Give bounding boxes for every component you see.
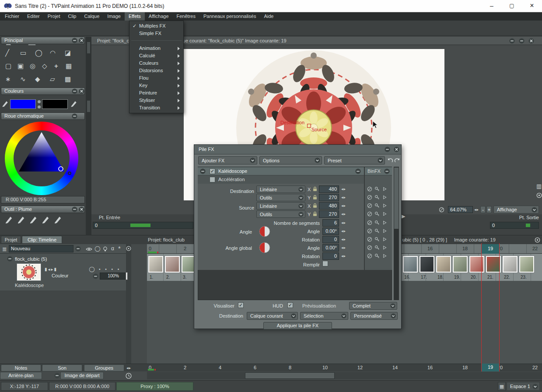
- rotation-global-field[interactable]: 0: [322, 252, 339, 260]
- ajouter-fx-dropdown[interactable]: Ajouter FX: [198, 156, 257, 164]
- src-y-mode-dropdown[interactable]: Outils: [256, 210, 305, 218]
- outil-panel-header[interactable]: Outil : Plume: [1, 206, 85, 213]
- minimize-button[interactable]: –: [482, 0, 502, 12]
- angle-global-stepper[interactable]: ◂▸: [341, 245, 346, 250]
- layer-circle-icon[interactable]: ◯: [89, 266, 94, 273]
- layer-opacity-slider[interactable]: 100%: [100, 273, 127, 280]
- menu-fichier[interactable]: Fichier: [1, 12, 23, 21]
- grid-select-tool-icon[interactable]: ▩: [65, 76, 71, 82]
- dest-x-mode-dropdown[interactable]: Linéaire: [256, 186, 305, 193]
- menu-effets-active[interactable]: Effets: [125, 12, 145, 21]
- collapse-icon[interactable]: [72, 113, 77, 119]
- menu-aide[interactable]: Aide: [260, 12, 277, 21]
- camera-tool-icon[interactable]: ▦: [66, 63, 72, 69]
- collapse-icon[interactable]: [75, 246, 81, 252]
- pile-fx-titlebar[interactable]: Pile FX: [194, 145, 401, 154]
- frame-thumb-1[interactable]: [148, 256, 164, 273]
- menu-item-calcule[interactable]: Calculé: [129, 52, 183, 60]
- swap-colors-control-b[interactable]: [38, 105, 41, 108]
- zoom-in-button[interactable]: +: [486, 206, 492, 213]
- lock-icon[interactable]: [313, 186, 317, 192]
- select-circle-tool-icon[interactable]: ◎: [30, 63, 35, 69]
- pt-sortie-field[interactable]: 0: [490, 222, 539, 229]
- options-dropdown[interactable]: Options: [259, 156, 322, 164]
- maximize-button[interactable]: ▢: [502, 0, 522, 12]
- fx-scrollbar-handle[interactable]: [394, 168, 399, 229]
- segments-stepper[interactable]: ◂▸: [341, 220, 346, 225]
- angle-stepper[interactable]: ◂▸: [341, 229, 346, 233]
- personnalise-dropdown[interactable]: Personnalisé: [350, 312, 398, 320]
- close-icon[interactable]: [79, 88, 84, 94]
- remplir-checkbox[interactable]: [322, 261, 328, 266]
- frame-thumb-20[interactable]: [469, 256, 485, 273]
- menu-item-peinture[interactable]: Peinture: [129, 89, 183, 97]
- binfx-column-header[interactable]: BinFX: [365, 167, 392, 175]
- lightbulb-icon[interactable]: [102, 246, 108, 252]
- close-icon[interactable]: [528, 38, 534, 44]
- slider-handle[interactable]: [126, 272, 128, 280]
- collapse-icon[interactable]: [385, 147, 390, 152]
- binfx-row-controls[interactable]: [367, 237, 388, 242]
- frame-thumb-18[interactable]: [436, 256, 451, 273]
- dest-x-stepper[interactable]: ◂▸: [341, 187, 346, 191]
- menu-panneaux[interactable]: Panneaux personnalisés: [199, 12, 260, 21]
- warp-tool-icon[interactable]: ▱: [50, 76, 55, 82]
- principal-panel-header[interactable]: Principal: [1, 37, 85, 44]
- son-button[interactable]: Son: [42, 364, 82, 371]
- select-filled-tool-icon[interactable]: ▣: [17, 63, 24, 69]
- fx-enabled-checkbox[interactable]: ✓: [210, 168, 215, 174]
- hud-destination-label[interactable]: Destination: [280, 120, 304, 125]
- binfx-row-controls[interactable]: [367, 195, 388, 200]
- menu-affichage[interactable]: Affichage: [145, 12, 173, 21]
- collapse-icon[interactable]: [54, 373, 60, 378]
- pen-variant-5-icon[interactable]: [53, 215, 62, 224]
- color-wheel[interactable]: [5, 122, 78, 195]
- color-a-swatch[interactable]: [10, 99, 36, 109]
- binfx-row-controls[interactable]: [367, 211, 388, 217]
- clock-icon[interactable]: [126, 373, 132, 379]
- src-y-field[interactable]: 270: [319, 210, 339, 218]
- dock-divider-strip[interactable]: [86, 37, 91, 235]
- target-icon[interactable]: [126, 246, 131, 251]
- dest-x-field[interactable]: 480: [319, 186, 339, 193]
- binfx-row-controls[interactable]: [367, 253, 388, 259]
- menu-fenetres[interactable]: Fenêtres: [173, 12, 199, 21]
- angle-dial[interactable]: [259, 226, 270, 237]
- collapse-icon[interactable]: [509, 38, 515, 44]
- dest-y-mode-dropdown[interactable]: Outils: [256, 194, 305, 201]
- fx-redo-icon[interactable]: [394, 158, 400, 163]
- binfx-row-controls[interactable]: [367, 186, 388, 192]
- collapse-icon[interactable]: [93, 273, 98, 279]
- acceleration-checkbox[interactable]: [210, 177, 215, 182]
- rectangle-tool-icon[interactable]: ▭: [20, 49, 26, 56]
- menu-editer[interactable]: Editer: [23, 12, 44, 21]
- spray-tool-icon[interactable]: ∗: [5, 76, 11, 82]
- layer-name[interactable]: flock_clubic (5): [15, 256, 47, 262]
- layer-fx-badge[interactable]: Kaléidoscope: [15, 283, 44, 288]
- dest-y-stepper[interactable]: ◂▸: [341, 195, 346, 200]
- menu-projet[interactable]: Projet: [44, 12, 64, 21]
- binfx-row-controls[interactable]: [367, 203, 388, 208]
- close-icon[interactable]: [394, 147, 399, 152]
- timeline-hscroll-handle[interactable]: [245, 372, 335, 379]
- zoom-field[interactable]: 64.07%: [448, 206, 473, 213]
- roue-panel-header[interactable]: Roue chromatique: [1, 112, 85, 120]
- collapse-icon[interactable]: [200, 168, 206, 174]
- layer-option-dots[interactable]: • • • •: [99, 267, 121, 272]
- zoom-out-button[interactable]: -: [480, 206, 486, 213]
- rotation-field[interactable]: 0: [322, 236, 339, 243]
- frame-thumb-22[interactable]: [502, 256, 518, 273]
- couleurs-panel-header[interactable]: Couleurs: [1, 88, 85, 95]
- current-frame-cell-bottom[interactable]: 19: [482, 364, 499, 371]
- fx-entry-header[interactable]: ✓ Kaléidoscope: [198, 167, 364, 175]
- current-frame-cell-top[interactable]: 19: [482, 244, 499, 254]
- canvas-side-target-icon[interactable]: [536, 192, 542, 198]
- lock-icon[interactable]: [313, 211, 317, 217]
- src-y-stepper[interactable]: ◂▸: [341, 212, 346, 216]
- frame-thumb-23[interactable]: [519, 256, 535, 273]
- collapse-icon[interactable]: [384, 168, 390, 174]
- affichage-dropdown[interactable]: Affichage: [493, 206, 539, 214]
- binfx-row-controls[interactable]: [367, 245, 388, 250]
- eye-visibility-icon[interactable]: [86, 247, 92, 252]
- lock-icon[interactable]: [313, 195, 317, 200]
